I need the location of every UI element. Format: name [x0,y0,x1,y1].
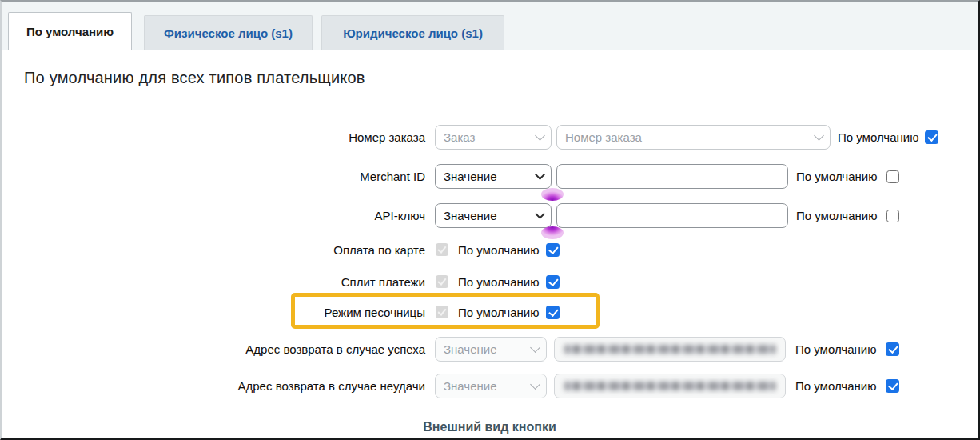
failure-return-url-input [554,374,786,398]
order-number-default-checkbox[interactable] [925,130,938,144]
merchant-id-input[interactable] [556,164,788,189]
split-payments-value-checkbox [436,275,448,288]
default-label: По умолчанию [796,170,877,183]
annotation-marker-bottom-icon [541,226,564,239]
chevron-down-icon [535,170,545,180]
button-appearance-heading: Внешний вид кнопки [2,420,978,434]
annotation-marker-top-icon [541,188,564,201]
field-label: Merchant ID [2,170,425,183]
failure-return-type-select: Значение [435,374,547,398]
sandbox-mode-value-checkbox [436,306,448,318]
merchant-id-type-select-value: Значение [444,170,497,183]
settings-window: По умолчанию Физическое лицо (s1) Юридич… [0,0,980,440]
field-label: API-ключ [2,209,425,222]
order-number-select[interactable]: Номер заказа [556,125,831,150]
sandbox-mode-default-checkbox[interactable] [546,306,560,319]
order-number-select-value: Номер заказа [565,130,642,144]
field-label: Оплата по карте [2,243,425,257]
order-source-select[interactable]: Заказ [435,125,552,150]
split-payments-default-checkbox[interactable] [546,275,560,289]
row-sandbox-mode: Режим песочницы По умолчанию [2,304,560,320]
failure-return-type-select-value: Значение [444,379,497,393]
default-label: По умолчанию [838,130,918,144]
card-payment-default-checkbox[interactable] [546,243,560,257]
chevron-down-icon [814,130,824,141]
card-payment-value-checkbox [436,243,448,256]
merchant-id-type-select[interactable]: Значение [435,164,552,189]
row-success-return-url: Адрес возврата в случае успеха Значение … [2,337,899,362]
success-return-type-select-value: Значение [444,342,497,356]
tab-individual-label: Физическое лицо (s1) [164,26,293,40]
page-title: По умолчанию для всех типов плательщиков [24,69,365,87]
tab-default-label: По умолчанию [26,25,114,38]
api-key-default-checkbox[interactable] [886,210,899,222]
field-label: Адрес возврата в случае неудачи [2,379,425,393]
merchant-id-default-checkbox[interactable] [886,170,899,183]
tab-legal-entity[interactable]: Юридическое лицо (s1) [321,15,504,50]
field-label: Сплит платежи [2,275,425,289]
field-label: Режим песочницы [2,306,425,319]
row-card-payment: Оплата по карте По умолчанию [2,242,560,258]
default-label: По умолчанию [796,209,877,222]
success-return-type-select: Значение [435,337,547,362]
default-label: По умолчанию [458,243,539,257]
field-label: Адрес возврата в случае успеха [2,342,425,356]
row-merchant-id: Merchant ID Значение По умолчанию [2,164,899,189]
order-source-select-value: Заказ [444,130,475,144]
default-label: По умолчанию [458,306,539,319]
api-key-input[interactable] [556,203,788,228]
failure-return-default-checkbox[interactable] [886,379,899,393]
chevron-down-icon [535,130,545,141]
api-key-type-select-value: Значение [444,209,497,222]
row-order-number: Номер заказа Заказ Номер заказа По умолч… [2,125,938,150]
field-label: Номер заказа [2,130,425,144]
redacted-value [564,345,775,354]
default-label: По умолчанию [795,379,876,393]
tab-default[interactable]: По умолчанию [8,12,132,50]
chevron-down-icon [530,379,540,390]
default-label: По умолчанию [795,342,876,356]
tab-legal-entity-label: Юридическое лицо (s1) [343,26,483,40]
row-failure-return-url: Адрес возврата в случае неудачи Значение… [2,374,899,398]
success-return-default-checkbox[interactable] [886,342,899,356]
redacted-value [564,382,775,390]
row-api-key: API-ключ Значение По умолчанию [2,203,899,228]
chevron-down-icon [530,342,540,353]
success-return-url-input [554,337,786,362]
row-split-payments: Сплит платежи По умолчанию [2,274,560,290]
default-label: По умолчанию [458,275,539,289]
api-key-type-select[interactable]: Значение [435,203,552,228]
tab-individual[interactable]: Физическое лицо (s1) [144,15,313,50]
chevron-down-icon [535,209,545,219]
